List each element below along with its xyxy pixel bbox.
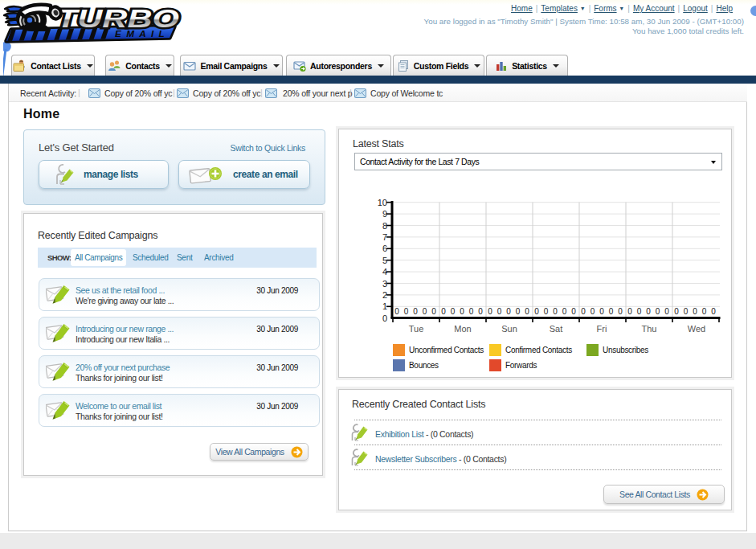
svg-text:0: 0: [488, 307, 492, 316]
svg-text:0: 0: [534, 307, 539, 316]
svg-text:0: 0: [460, 307, 464, 316]
svg-text:Fri: Fri: [597, 324, 607, 334]
svg-text:0: 0: [525, 307, 529, 316]
svg-text:0: 0: [423, 307, 427, 316]
svg-text:0: 0: [711, 307, 716, 316]
svg-text:0: 0: [478, 307, 483, 316]
svg-text:Mon: Mon: [454, 324, 471, 334]
svg-text:0: 0: [431, 307, 436, 316]
svg-text:0: 0: [702, 307, 707, 316]
svg-text:0: 0: [693, 307, 697, 316]
svg-text:0: 0: [618, 307, 623, 316]
svg-text:0: 0: [581, 307, 586, 316]
svg-text:0: 0: [684, 307, 689, 316]
svg-text:10: 10: [378, 198, 387, 207]
svg-text:Wed: Wed: [688, 324, 705, 334]
svg-text:0: 0: [609, 307, 614, 316]
svg-text:0: 0: [553, 307, 558, 316]
svg-text:0: 0: [382, 313, 387, 323]
svg-text:Thu: Thu: [642, 324, 657, 334]
svg-text:0: 0: [656, 307, 660, 316]
svg-text:0: 0: [413, 307, 418, 316]
svg-text:0: 0: [469, 307, 474, 316]
svg-text:0: 0: [404, 307, 409, 316]
svg-text:0: 0: [571, 307, 576, 316]
svg-text:0: 0: [627, 307, 632, 316]
svg-text:Tue: Tue: [409, 324, 424, 334]
svg-text:0: 0: [590, 307, 595, 316]
svg-text:0: 0: [497, 307, 502, 316]
svg-text:0: 0: [516, 307, 521, 316]
svg-text:0: 0: [441, 307, 446, 316]
svg-text:Sat: Sat: [550, 324, 563, 334]
svg-text:0: 0: [664, 307, 669, 316]
svg-text:0: 0: [451, 307, 456, 316]
svg-text:0: 0: [394, 307, 399, 316]
svg-text:0: 0: [544, 307, 549, 316]
svg-text:0: 0: [506, 307, 511, 316]
svg-text:0: 0: [646, 307, 651, 316]
svg-text:TURBO: TURBO: [56, 5, 179, 33]
svg-text:0: 0: [562, 307, 567, 316]
svg-text:0: 0: [674, 307, 679, 316]
svg-text:Sun: Sun: [501, 324, 517, 334]
svg-text:0: 0: [599, 307, 604, 316]
svg-text:0: 0: [637, 307, 642, 316]
